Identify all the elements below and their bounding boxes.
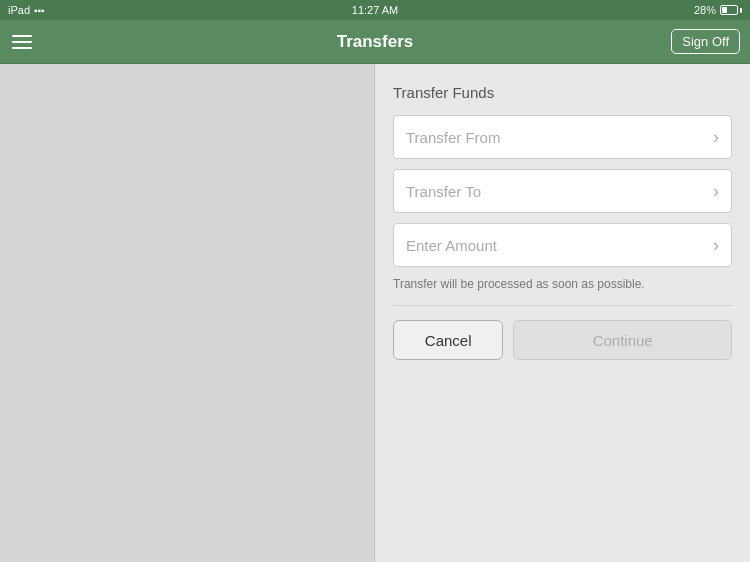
status-bar-time: 11:27 AM — [352, 4, 398, 16]
battery-icon — [720, 5, 742, 15]
left-panel — [0, 64, 375, 562]
hamburger-line-1 — [12, 35, 32, 37]
divider — [393, 305, 732, 306]
status-bar: iPad ▪▪▪ 11:27 AM 28% — [0, 0, 750, 20]
menu-button[interactable] — [12, 35, 32, 49]
hamburger-line-2 — [12, 41, 32, 43]
device-label: iPad — [8, 4, 30, 16]
transfer-to-label: Transfer To — [406, 183, 481, 200]
enter-amount-chevron-icon: › — [713, 235, 719, 256]
main-layout: Transfer Funds Transfer From › Transfer … — [0, 64, 750, 562]
transfer-to-chevron-icon: › — [713, 181, 719, 202]
wifi-icon: ▪▪▪ — [34, 5, 45, 16]
section-title: Transfer Funds — [393, 84, 732, 101]
info-text: Transfer will be processed as soon as po… — [393, 277, 732, 291]
buttons-row: Cancel Continue — [393, 320, 732, 360]
enter-amount-label: Enter Amount — [406, 237, 497, 254]
cancel-button[interactable]: Cancel — [393, 320, 503, 360]
page-title: Transfers — [337, 32, 414, 52]
enter-amount-row[interactable]: Enter Amount › — [393, 223, 732, 267]
nav-bar: Transfers Sign Off — [0, 20, 750, 64]
status-bar-left: iPad ▪▪▪ — [8, 4, 45, 16]
hamburger-line-3 — [12, 47, 32, 49]
status-bar-right: 28% — [694, 4, 742, 16]
transfer-from-row[interactable]: Transfer From › — [393, 115, 732, 159]
transfer-from-label: Transfer From — [406, 129, 500, 146]
continue-button[interactable]: Continue — [513, 320, 732, 360]
sign-off-button[interactable]: Sign Off — [671, 29, 740, 54]
transfer-from-chevron-icon: › — [713, 127, 719, 148]
right-panel: Transfer Funds Transfer From › Transfer … — [375, 64, 750, 562]
transfer-to-row[interactable]: Transfer To › — [393, 169, 732, 213]
battery-percent: 28% — [694, 4, 716, 16]
